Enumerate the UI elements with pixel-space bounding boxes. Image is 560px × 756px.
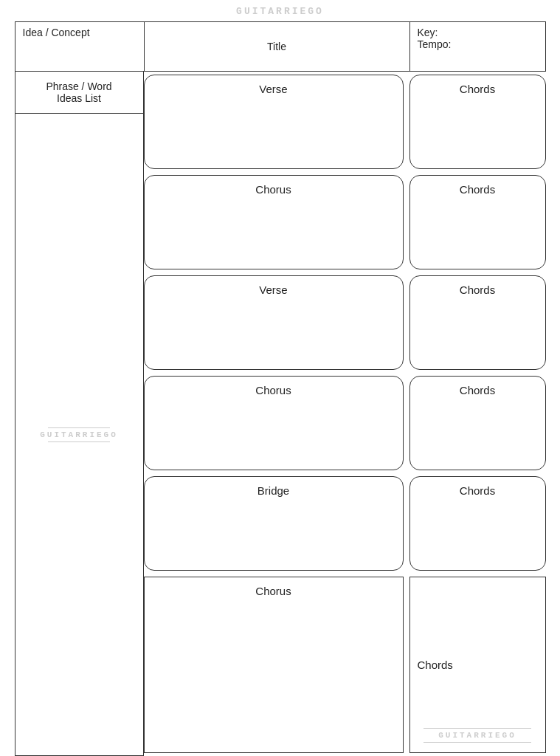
title-header: Title — [144, 21, 409, 72]
watermark-line-top — [48, 427, 111, 428]
phrase-word-ideas-cell: Phrase / Word Ideas List — [15, 72, 144, 114]
bridge-section-cell: Bridge — [144, 476, 404, 571]
verse1-section-cell: Verse — [144, 75, 404, 169]
verse1-chords-label: Chords — [460, 83, 495, 95]
chorus1-chords-cell: Chords — [409, 175, 546, 269]
idea-concept-header: Idea / Concept — [15, 21, 144, 72]
bridge-label: Bridge — [257, 484, 289, 497]
sidebar-watermark: GUITARRIEGO — [40, 425, 118, 444]
chorus1-chords-label: Chords — [460, 183, 495, 196]
verse2-chords-cell: Chords — [409, 275, 546, 370]
verse1-label: Verse — [259, 83, 287, 95]
chorus3-chords-cell: Chords GUITARRIEGO — [409, 577, 546, 753]
chorus3-section-cell: Chorus — [144, 577, 404, 753]
chorus1-section-cell: Chorus — [144, 175, 404, 269]
bridge-chords-cell: Chords — [409, 476, 546, 571]
verse1-chords-cell: Chords — [409, 75, 546, 169]
mid-watermark: GUITARRIEGO — [40, 430, 118, 439]
section-row-verse1: Verse Chords — [144, 72, 546, 172]
chorus1-label: Chorus — [255, 183, 291, 196]
phrase-word-label: Phrase / Word Ideas List — [46, 80, 111, 104]
key-tempo-header: Key: Tempo: — [409, 21, 546, 72]
top-watermark: GUITARRIEGO — [236, 6, 324, 17]
bottom-watermark: GUITARRIEGO — [438, 731, 516, 740]
title-label: Title — [267, 41, 286, 52]
verse2-label: Verse — [259, 284, 287, 296]
chorus2-label: Chorus — [255, 384, 291, 396]
sidebar-watermark-cell: GUITARRIEGO — [15, 114, 144, 756]
verse2-section-cell: Verse — [144, 275, 404, 370]
verse2-chords-label: Chords — [460, 284, 495, 296]
section-row-bridge: Bridge Chords — [144, 473, 546, 574]
bottom-watermark-wrapper: GUITARRIEGO — [410, 726, 545, 745]
bottom-wm-line-top — [424, 728, 531, 729]
section-row-chorus1: Chorus Chords — [144, 172, 546, 272]
idea-concept-label: Idea / Concept — [23, 27, 90, 38]
key-label: Key: — [418, 27, 438, 38]
section-row-chorus2: Chorus Chords — [144, 373, 546, 473]
section-row-verse2: Verse Chords — [144, 272, 546, 373]
section-row-chorus3: Chorus Chords GUITARRIEGO — [144, 574, 546, 756]
watermark-line-bottom — [48, 441, 111, 442]
bridge-chords-label: Chords — [460, 484, 495, 497]
chorus3-chords-label: Chords — [418, 659, 453, 671]
chorus3-label: Chorus — [255, 585, 291, 597]
chorus2-section-cell: Chorus — [144, 376, 404, 470]
chorus2-chords-label: Chords — [460, 384, 495, 396]
chorus2-chords-cell: Chords — [409, 376, 546, 470]
tempo-label: Tempo: — [418, 38, 452, 50]
bottom-wm-line-bottom — [424, 742, 531, 743]
